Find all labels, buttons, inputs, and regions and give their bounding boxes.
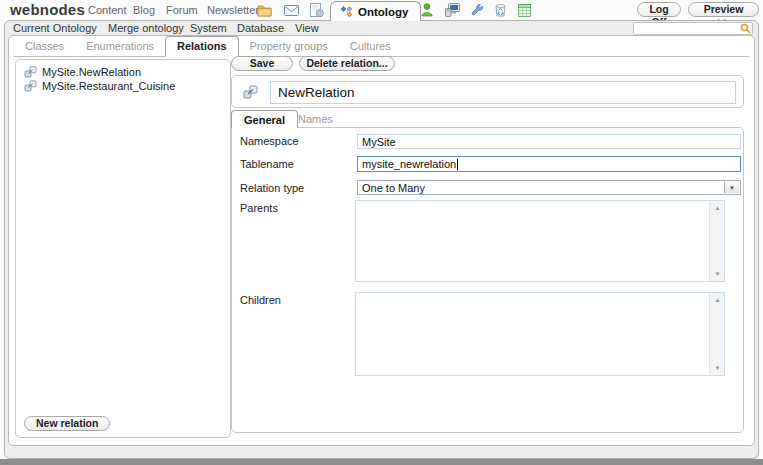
general-form-panel: Namespace MySite Tablename mysite_newrel… [231,127,744,433]
webnodes-logo: webnodes [10,1,85,18]
scroll-down-icon[interactable]: ▼ [710,267,725,281]
menu-database[interactable]: Database [237,22,284,34]
scroll-up-icon[interactable]: ▲ [710,293,725,307]
relation-name-field[interactable]: NewRelation [270,81,736,104]
tab-names-label: Names [298,113,333,125]
search-input[interactable] [633,22,753,35]
parents-listbox[interactable]: ▲ ▼ [355,200,725,282]
relation-type-value: One to Many [362,182,425,194]
relation-name-panel: NewRelation [231,75,744,108]
computer-icon[interactable] [444,2,460,18]
recycle-bin-icon[interactable] [492,2,508,18]
tab-ontology[interactable]: Ontology [330,1,421,21]
tablename-label: Tablename [240,158,294,170]
tab-relations[interactable]: Relations [165,36,239,57]
menu-merge-ontology[interactable]: Merge ontology [108,22,184,34]
tab-enumerations[interactable]: Enumerations [75,37,165,56]
tree-item-newrelation[interactable]: MySite.NewRelation [20,65,226,79]
chevron-down-icon[interactable]: ▼ [724,182,739,193]
tab-property-groups[interactable]: Property groups [239,37,339,56]
relation-icon [24,66,37,78]
namespace-value: MySite [362,136,396,148]
relations-tree: MySite.NewRelation MySite.Restaurant_Cui… [16,60,230,98]
topnav-content[interactable]: Content [88,4,127,16]
ontology-tabstrip: Classes Enumerations Relations Property … [14,37,749,57]
menu-view[interactable]: View [295,22,319,34]
content-panel: Classes Enumerations Relations Property … [8,35,755,446]
tab-names[interactable]: Names [286,110,345,127]
folder-icon[interactable] [256,2,272,18]
page-gear-icon[interactable] [309,2,325,18]
relations-tree-panel: MySite.NewRelation MySite.Restaurant_Cui… [15,59,231,438]
tree-item-restaurant-cuisine[interactable]: MySite.Restaurant_Cuisine [20,79,226,93]
topnav-forum[interactable]: Forum [166,4,198,16]
user-icon[interactable] [419,2,435,18]
relation-icon [24,80,37,92]
tab-general-label: General [244,114,285,126]
parents-label: Parents [240,202,278,214]
ontology-icon [340,5,353,18]
relation-name-value: NewRelation [278,85,355,100]
tree-item-label: MySite.Restaurant_Cuisine [42,80,175,92]
topnav-newsletter[interactable]: Newsletter [207,4,259,16]
new-relation-button[interactable]: New relation [24,416,110,431]
tree-item-label: MySite.NewRelation [42,66,141,78]
children-listbox[interactable]: ▲ ▼ [355,292,725,376]
log-off-button[interactable]: Log Off [637,2,681,17]
menu-bar: Current Ontology Merge ontology System D… [5,21,758,35]
relation-type-label: Relation type [240,182,304,194]
tab-classes[interactable]: Classes [14,37,75,56]
relation-type-select[interactable]: One to Many ▼ [357,180,741,195]
relation-icon [243,85,258,99]
menu-system[interactable]: System [190,22,227,34]
search-icon[interactable] [738,23,752,35]
parents-scrollbar[interactable]: ▲ ▼ [709,201,724,281]
tab-ontology-label: Ontology [358,6,408,18]
namespace-label: Namespace [240,135,299,147]
children-scrollbar[interactable]: ▲ ▼ [709,293,724,375]
preview-button[interactable]: Preview >> [688,2,759,17]
mail-icon[interactable] [283,2,299,18]
tablename-value: mysite_newrelation [362,158,456,170]
save-button[interactable]: Save [231,56,293,71]
app-container: Current Ontology Merge ontology System D… [4,20,759,459]
menu-current-ontology[interactable]: Current Ontology [13,22,97,34]
table-icon[interactable] [516,2,532,18]
tablename-field[interactable]: mysite_newrelation [357,156,741,172]
text-caret [457,159,458,170]
children-label: Children [240,294,281,306]
topnav-blog[interactable]: Blog [133,4,155,16]
window-bottom-edge [0,459,763,465]
scroll-up-icon[interactable]: ▲ [710,201,725,215]
tab-cultures[interactable]: Cultures [339,37,402,56]
delete-relation-button[interactable]: Delete relation... [299,56,395,71]
wrench-icon[interactable] [469,2,485,18]
scroll-down-icon[interactable]: ▼ [710,361,725,375]
namespace-field[interactable]: MySite [357,134,741,149]
top-bar: webnodes Content Blog Forum Newsletter [0,0,763,20]
page: webnodes Content Blog Forum Newsletter [0,0,763,465]
